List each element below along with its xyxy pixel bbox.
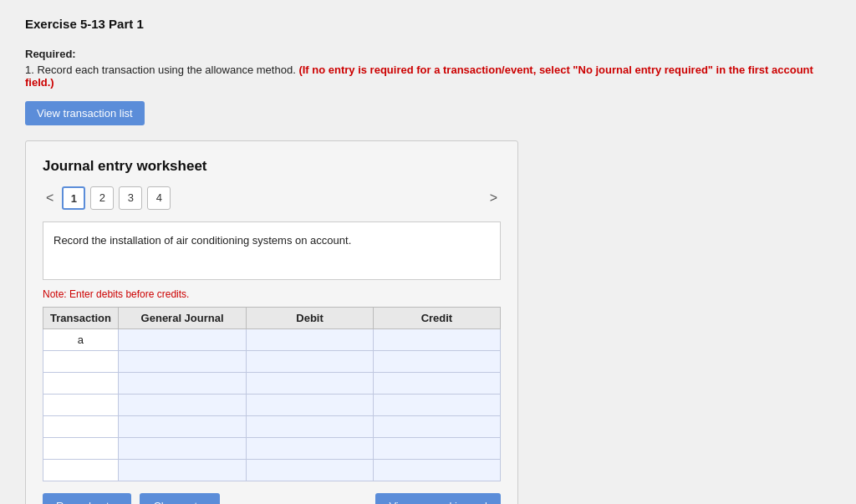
general-journal-cell-5[interactable] <box>118 438 246 460</box>
credit-cell-5[interactable] <box>373 438 500 460</box>
tab-2[interactable]: 2 <box>90 186 114 210</box>
nav-right-arrow[interactable]: > <box>487 191 501 206</box>
general-journal-input-2[interactable] <box>119 373 246 394</box>
credit-input-0[interactable] <box>374 329 500 350</box>
credit-input-6[interactable] <box>374 460 500 481</box>
transaction-cell-0: a <box>43 329 119 351</box>
general-journal-input-1[interactable] <box>119 351 246 372</box>
transaction-cell-1 <box>43 351 119 373</box>
view-general-journal-button[interactable]: View general journal <box>375 493 501 504</box>
debit-cell-3[interactable] <box>247 395 374 416</box>
general-journal-cell-4[interactable] <box>118 416 246 438</box>
record-entry-button[interactable]: Record entry <box>43 493 131 504</box>
transaction-cell-4 <box>43 416 119 438</box>
debit-cell-2[interactable] <box>247 373 374 395</box>
col-header-transaction: Transaction <box>43 308 119 329</box>
description-box: Record the installation of air condition… <box>43 221 501 280</box>
clear-entry-button[interactable]: Clear entry <box>140 493 220 504</box>
col-header-general-journal: General Journal <box>118 308 246 329</box>
general-journal-input-6[interactable] <box>119 460 246 481</box>
worksheet-container: Journal entry worksheet < 1 2 3 4 > Reco… <box>25 140 518 504</box>
general-journal-cell-2[interactable] <box>118 373 246 395</box>
credit-input-1[interactable] <box>374 351 500 372</box>
view-transaction-button[interactable]: View transaction list <box>25 101 145 125</box>
transaction-cell-6 <box>43 460 119 481</box>
note-text: Note: Enter debits before credits. <box>43 288 501 300</box>
credit-input-2[interactable] <box>374 373 500 394</box>
debit-input-0[interactable] <box>247 329 373 350</box>
general-journal-input-5[interactable] <box>119 438 246 459</box>
credit-cell-0[interactable] <box>373 329 500 351</box>
general-journal-input-0[interactable] <box>119 329 246 350</box>
credit-cell-2[interactable] <box>373 373 500 395</box>
button-row: Record entry Clear entry View general jo… <box>43 493 501 504</box>
nav-left-arrow[interactable]: < <box>43 191 57 206</box>
credit-input-3[interactable] <box>374 395 500 415</box>
required-label: Required: <box>25 48 76 60</box>
debit-cell-0[interactable] <box>247 329 374 351</box>
debit-cell-6[interactable] <box>247 460 374 481</box>
credit-cell-3[interactable] <box>373 395 500 416</box>
transaction-cell-3 <box>43 395 119 416</box>
tab-1[interactable]: 1 <box>62 186 85 210</box>
debit-cell-4[interactable] <box>247 416 374 438</box>
debit-cell-5[interactable] <box>247 438 374 460</box>
col-header-debit: Debit <box>247 308 374 329</box>
general-journal-input-4[interactable] <box>119 416 246 437</box>
credit-cell-4[interactable] <box>373 416 500 438</box>
col-header-credit: Credit <box>373 308 500 329</box>
required-section: Required: 1. Record each transaction usi… <box>25 48 831 89</box>
general-journal-input-3[interactable] <box>119 395 246 415</box>
credit-input-5[interactable] <box>374 438 500 459</box>
debit-input-2[interactable] <box>247 373 373 394</box>
debit-input-3[interactable] <box>247 395 373 415</box>
general-journal-cell-0[interactable] <box>118 329 246 351</box>
debit-input-5[interactable] <box>247 438 373 459</box>
journal-table: Transaction General Journal Debit Credit… <box>43 307 501 481</box>
transaction-cell-2 <box>43 373 119 395</box>
debit-input-4[interactable] <box>247 416 373 437</box>
debit-input-1[interactable] <box>247 351 373 372</box>
tab-navigation: < 1 2 3 4 > <box>43 186 501 210</box>
credit-cell-6[interactable] <box>373 460 500 481</box>
general-journal-cell-6[interactable] <box>118 460 246 481</box>
transaction-cell-5 <box>43 438 119 460</box>
tab-4[interactable]: 4 <box>147 186 171 210</box>
general-journal-cell-1[interactable] <box>118 351 246 373</box>
credit-input-4[interactable] <box>374 416 500 437</box>
worksheet-title: Journal entry worksheet <box>43 158 501 175</box>
debit-cell-1[interactable] <box>247 351 374 373</box>
credit-cell-1[interactable] <box>373 351 500 373</box>
debit-input-6[interactable] <box>247 460 373 481</box>
tab-3[interactable]: 3 <box>119 186 142 210</box>
page-title: Exercise 5-13 Part 1 <box>25 17 831 31</box>
general-journal-cell-3[interactable] <box>118 395 246 416</box>
instruction: 1. Record each transaction using the all… <box>25 64 831 89</box>
